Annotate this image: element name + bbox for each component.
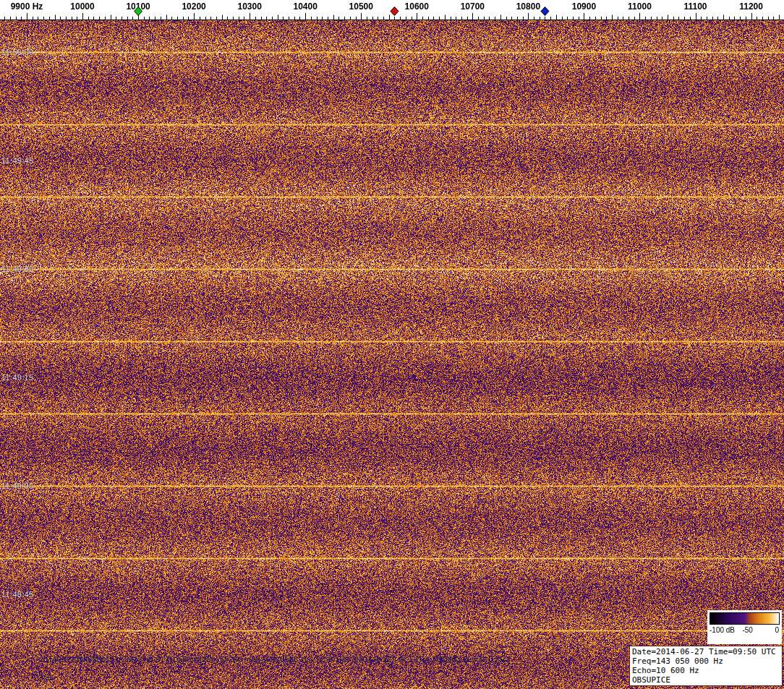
color-scale-gradient [710, 612, 780, 625]
info-station-line: OBSUPICE [632, 675, 780, 685]
spectrogram-app-window: 11:50:0011:49:4511:49:3011:49:1511:49:00… [0, 0, 784, 689]
info-echo-line: Echo=10 600 Hz [632, 666, 780, 675]
color-scale-labels: -100 dB -50 0 [707, 626, 782, 636]
observation-info-box: Date=2014-06-27 Time=09:50 UTC Freq=143 … [629, 646, 783, 686]
legend-label-max: 0 [775, 626, 779, 634]
legend-label-mid: -50 [742, 626, 752, 634]
info-date-line: Date=2014-06-27 Time=09:50 UTC [632, 647, 780, 656]
counter-annotation: ^1+33 [32, 673, 54, 682]
detection-log-annotation: 20140627094833816 hCnt15 nb-81 f10586 hi… [39, 655, 510, 664]
color-scale-legend: -100 dB -50 0 [707, 610, 782, 644]
info-freq-line: Freq=143 050 000 Hz [632, 656, 780, 666]
legend-label-min: -100 dB [710, 626, 735, 634]
spectrogram-canvas [0, 20, 784, 689]
frequency-axis-ruler [0, 0, 784, 20]
